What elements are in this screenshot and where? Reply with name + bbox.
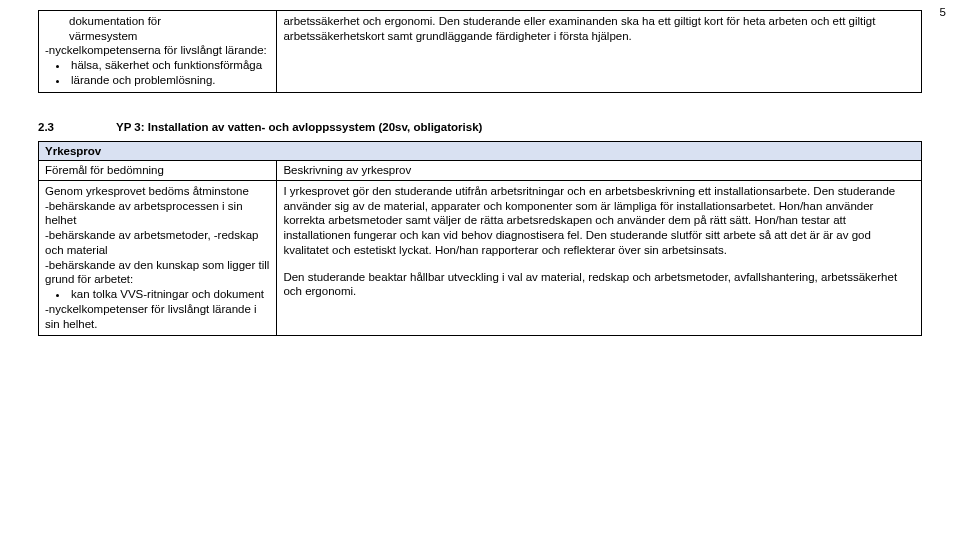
left-body-cell: Genom yrkesprovet bedöms åtminstone -beh… [39,181,277,336]
section-heading: 2.3 YP 3: Installation av vatten- och av… [38,121,922,133]
text: -nyckelkompetenser för livslångt lärande… [45,302,270,331]
paragraph: I yrkesprovet gör den studerande utifrån… [283,184,915,258]
list-item: hälsa, säkerhet och funktionsförmåga [69,58,270,73]
top-right-cell: arbetssäkerhet och ergonomi. Den studera… [277,11,922,93]
text: värmesystem [69,30,137,42]
table-header: Yrkesprov [39,141,922,161]
right-body-cell: I yrkesprovet gör den studerande utifrån… [277,181,922,336]
paragraph: Den studerande beaktar hållbar utvecklin… [283,270,915,299]
text: arbetssäkerhet och ergonomi. Den studera… [283,15,875,42]
section-title: YP 3: Installation av vatten- och avlopp… [116,121,482,133]
column-header-left: Föremål för bedömning [39,161,277,181]
top-continuation-table: dokumentation för värmesystem -nyckelkom… [38,10,922,93]
list-item: lärande och problemlösning. [69,73,270,88]
text: Genom yrkesprovet bedöms åtminstone [45,184,270,199]
section-number: 2.3 [38,121,116,133]
text: dokumentation för [69,15,161,27]
text: -behärskande av den kunskap som ligger t… [45,258,270,287]
list-item: kan tolka VVS-ritningar och dokument [69,287,270,302]
top-left-cell: dokumentation för värmesystem -nyckelkom… [39,11,277,93]
text: -behärskande av arbetsmetoder, -redskap … [45,228,270,257]
bullet-list: hälsa, säkerhet och funktionsförmåga lär… [45,58,270,87]
column-header-right: Beskrivning av yrkesprov [277,161,922,181]
page-number: 5 [940,6,946,18]
text: -nyckelkompetenserna för livslångt läran… [45,43,270,58]
bullet-list: kan tolka VVS-ritningar och dokument [45,287,270,302]
yrkesprov-table: Yrkesprov Föremål för bedömning Beskrivn… [38,141,922,337]
text: -behärskande av arbetsprocessen i sin he… [45,199,270,228]
